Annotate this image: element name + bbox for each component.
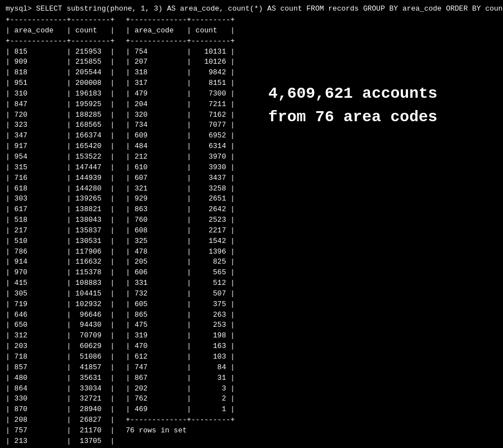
- table2: +-------------+---------+ | area_code | …: [126, 15, 235, 436]
- tables-area: +-------------+---------+ | area_code | …: [6, 15, 235, 448]
- table1: +-------------+---------+ | area_code | …: [6, 15, 115, 448]
- terminal: mysql> SELECT substring(phone, 1, 3) AS …: [6, 4, 497, 448]
- content-area: +-------------+---------+ | area_code | …: [6, 15, 497, 448]
- annotation: 4,609,621 accounts from 76 area codes: [268, 82, 437, 129]
- query-line: mysql> SELECT substring(phone, 1, 3) AS …: [6, 4, 497, 13]
